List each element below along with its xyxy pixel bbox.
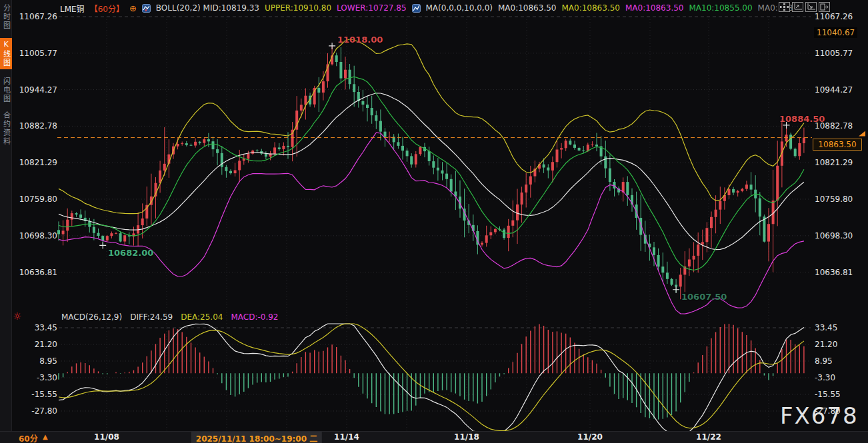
sidebar-tab-1[interactable]: K线图 — [0, 38, 12, 69]
boll-upper-value: UPPER:10910.80 — [265, 3, 331, 13]
price-annotation: 10682.00 — [108, 248, 153, 258]
axis-label: 8.95 — [815, 356, 833, 366]
chart-canvas[interactable] — [0, 0, 868, 443]
axis-label: 21.20 — [35, 340, 57, 349]
axis-label: -15.55 — [31, 390, 57, 399]
ma0-white-value: MA0:10863.50 — [498, 3, 557, 13]
macd-header: MACD(26,12,9) DIFF:24.59 DEA:25.04 MACD:… — [61, 312, 278, 322]
macd-diff-value: DIFF:24.59 — [130, 312, 173, 322]
price-annotation: 10607.50 — [681, 292, 727, 302]
macd-hist-value: MACD:-0.92 — [231, 312, 278, 322]
add-indicator-icon[interactable]: ⊕ — [129, 3, 137, 13]
axis-label: 10759.80 — [19, 195, 57, 204]
axis-label: 10882.78 — [19, 121, 57, 131]
axis-label: 10698.30 — [19, 231, 57, 240]
axis-label: -15.55 — [815, 390, 841, 399]
period-up-arrow-icon[interactable]: ▲ — [43, 433, 48, 440]
axis-label: 10636.81 — [815, 268, 853, 277]
boll-lower-value: LOWER:10727.85 — [337, 3, 406, 13]
sidebar: 分时图K线图闪电图合约资料 — [0, 0, 12, 431]
period-selector[interactable]: 60分 — [19, 432, 38, 443]
axis-label: -3.30 — [815, 373, 835, 382]
axis-label: 10821.29 — [815, 158, 853, 167]
x-axis-date-label: 11/18 — [454, 432, 479, 442]
ma-params-label: MA(0,0,0,10,0,0) — [426, 3, 493, 13]
boll-label: BOLL(20,2) MID:10819.33 — [156, 3, 259, 13]
axis-label: 10821.29 — [19, 158, 57, 167]
zoom-axis-icon[interactable] — [792, 2, 803, 12]
axis-label: 11067.26 — [815, 12, 853, 21]
axis-label: 10944.27 — [19, 85, 57, 95]
sidebar-tab-2[interactable]: 闪电图 — [1, 77, 11, 103]
axis-label: 10636.81 — [19, 268, 57, 277]
sidebar-tab-0[interactable]: 分时图 — [1, 4, 11, 30]
ma0-magenta-value: MA0:10863.50 — [625, 3, 684, 13]
macd-dea-value: DEA:25.04 — [181, 312, 223, 322]
axis-label: 10698.30 — [815, 231, 853, 240]
axis-label: -3.30 — [37, 373, 57, 382]
price-annotation: 11018.00 — [337, 35, 383, 45]
indicator-header: LME铜 【60分】 ⊕ BOLL(20,2) MID:10819.33 UPP… — [60, 3, 793, 13]
ma0-yellow-value: MA0:10863.50 — [561, 3, 620, 13]
axis-label: 8.95 — [39, 356, 57, 366]
axis-label: 11067.26 — [19, 12, 57, 21]
macd-indicator-icon[interactable]: ☼ — [13, 310, 21, 322]
trading-app-window: LME铜 【60分】 ⊕ BOLL(20,2) MID:10819.33 UPP… — [0, 0, 868, 443]
macd-title: MACD(26,12,9) — [61, 312, 122, 322]
watermark: FX678 — [780, 402, 859, 429]
ma-chart-icon[interactable] — [412, 4, 421, 13]
axis-label: 10944.27 — [815, 85, 853, 95]
upper-alert-price-badge: 11040.67 — [814, 27, 857, 38]
right-price-axis: 11067.2611005.7710944.2710882.7810821.29… — [815, 0, 868, 443]
symbol-name: LME铜 — [60, 3, 85, 14]
axis-label: -27.80 — [31, 406, 57, 416]
axis-label: 21.20 — [815, 340, 837, 349]
x-axis-date-label: 11/22 — [696, 432, 721, 442]
left-price-axis: 11067.2611005.7710944.2710882.7810821.29… — [11, 0, 57, 443]
x-axis-date-label: 11/20 — [577, 432, 603, 442]
current-bar-datetime: 2025/11/11 18:00~19:00 二 — [191, 432, 322, 443]
ma10-green-value: MA10:10855.00 — [689, 3, 752, 13]
period-label[interactable]: 【60分】 — [90, 3, 124, 14]
axis-label: 11005.77 — [19, 49, 57, 58]
x-axis-date-label: 11/14 — [334, 432, 359, 442]
axis-label: 11005.77 — [815, 49, 853, 58]
axis-label: 10759.80 — [815, 195, 853, 204]
x-axis-date-label: 11/08 — [94, 432, 119, 442]
pan-axis-icon[interactable] — [805, 2, 817, 12]
crosshair-icon[interactable] — [779, 2, 790, 12]
sidebar-tab-3[interactable]: 合约资料 — [1, 111, 11, 146]
time-axis-bar: 60分 ▲ 2025/11/11 18:00~19:00 二 11/0811/1… — [0, 431, 868, 443]
chart-toolbar — [779, 2, 830, 12]
boll-chart-icon[interactable] — [142, 4, 151, 13]
price-annotation: 10884.50 — [779, 114, 825, 124]
axis-label: 33.45 — [35, 323, 57, 332]
last-price-badge: 10863.50 — [813, 139, 862, 151]
exit-chart-icon[interactable] — [819, 2, 830, 12]
axis-label: 33.45 — [815, 323, 837, 332]
